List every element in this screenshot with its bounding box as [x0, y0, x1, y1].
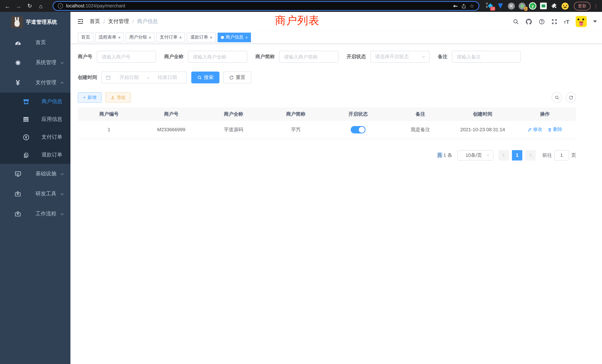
tab-close-icon[interactable]: × [179, 35, 182, 40]
tab-label: 支付订单 [160, 34, 178, 40]
search-button[interactable]: 搜索 [191, 72, 219, 83]
short-name-input[interactable] [279, 51, 338, 63]
address-bar[interactable]: i localhost:1024/pay/merchant ☆ [53, 1, 479, 11]
fullscreen-icon[interactable] [551, 18, 557, 25]
sidebar-item-infra[interactable]: 基础设施 [0, 164, 70, 184]
sidebar-item-system[interactable]: 系统管理 [0, 53, 70, 73]
status-select[interactable]: 请选择开启状态 [370, 51, 430, 63]
filter-row-2: 创建时间 开始日期 - 结束日期 搜索 重置 [78, 72, 576, 83]
breadcrumb-item-pay[interactable]: 支付管理 [108, 18, 129, 25]
col-created-at: 创建时间 [452, 107, 514, 121]
tab-close-icon[interactable]: × [118, 35, 121, 40]
tab-close-icon[interactable]: × [245, 35, 248, 40]
tab-process-form[interactable]: 流程表单× [95, 32, 124, 42]
button-label: 搜索 [204, 74, 214, 81]
tab-refund-order[interactable]: 退款订单× [187, 32, 216, 42]
delete-link[interactable]: 删除 [548, 126, 562, 133]
sidebar-fold-icon[interactable] [77, 18, 84, 25]
avatar-caret-icon[interactable] [593, 20, 597, 23]
github-icon[interactable] [525, 18, 532, 25]
sidebar-item-pay[interactable]: ¥ 支付管理 [0, 73, 70, 93]
share-icon[interactable] [461, 3, 466, 9]
cell-actions: 修改 删除 [514, 121, 576, 139]
tab-close-icon[interactable]: × [149, 35, 151, 40]
sidebar-item-label: 首页 [36, 39, 64, 46]
grid-icon [22, 115, 30, 124]
sidebar-item-merchant-info[interactable]: 商户信息 [0, 93, 70, 110]
goto-page-input[interactable] [554, 150, 569, 160]
gem-extension-icon[interactable] [497, 2, 504, 10]
create-time-range-picker[interactable]: 开始日期 - 结束日期 [102, 72, 187, 83]
bookmark-star-icon[interactable]: ☆ [470, 3, 474, 9]
tab-merchant-info[interactable]: 商户信息× [218, 32, 251, 42]
pagination: 共 1 条 10条/页 1 前往 页 [78, 150, 576, 160]
tab-label: 退款订单 [190, 34, 208, 40]
date-start-placeholder: 开始日期 [114, 74, 145, 81]
app-logo[interactable]: 芋道管理系统 [0, 16, 70, 28]
search-icon[interactable] [513, 18, 519, 25]
sidebar-item-workflow[interactable]: 工作流程 [0, 204, 70, 224]
prev-page-button[interactable] [499, 150, 509, 160]
filter-row-1: 商户号 商户全称 商户简称 开启状态 请选择开启状态 [78, 51, 576, 63]
field-label: 开启状态 [347, 53, 370, 60]
tab-pay-order[interactable]: 支付订单× [156, 32, 185, 42]
edit-link[interactable]: 修改 [527, 126, 542, 133]
status-toggle[interactable] [351, 126, 366, 133]
chat-extension-icon[interactable] [540, 2, 547, 10]
goto-label: 前往 [542, 152, 552, 159]
browser-forward-icon[interactable]: → [14, 1, 23, 10]
browser-menu-icon[interactable]: ⋮ [593, 3, 598, 9]
site-info-icon[interactable]: i [58, 3, 63, 9]
sidebar: 芋道管理系统 首页 系统管理 ¥ 支付管理 [0, 12, 70, 364]
sidebar-item-pay-order[interactable]: 支付订单 [0, 128, 70, 146]
pinned-extension-icon[interactable]: 10 [486, 2, 493, 10]
chat-square [540, 3, 547, 9]
command-extension-icon[interactable]: ⌘ [507, 2, 515, 10]
sidebar-item-dev-tools[interactable]: 研发工具 [0, 184, 70, 204]
browser-reload-icon[interactable]: ↻ [25, 1, 34, 10]
add-button[interactable]: + 新增 [78, 92, 102, 103]
next-page-button[interactable] [525, 150, 536, 160]
user-avatar[interactable] [576, 16, 587, 27]
y-extension-icon[interactable]: y [529, 2, 536, 10]
profile-extension-icon[interactable]: 1 [518, 2, 526, 10]
font-size-icon[interactable]: TT [564, 18, 569, 25]
y-letter: y [530, 3, 536, 9]
merchant-no-input[interactable] [97, 51, 156, 63]
col-merchant-id: 商户编号 [78, 107, 140, 121]
col-full-name: 商户全称 [202, 107, 265, 121]
breadcrumb-item-home[interactable]: 首页 [90, 18, 100, 25]
refresh-table-button[interactable] [566, 92, 576, 103]
remark-input[interactable] [452, 51, 521, 63]
sidebar-item-home[interactable]: 首页 [0, 33, 70, 53]
tab-user-group[interactable]: 用户分组× [126, 32, 155, 42]
chevron-up-icon [60, 80, 64, 85]
sidebar-item-app-info[interactable]: 应用信息 [0, 110, 70, 128]
top-navbar: 首页 / 支付管理 / 商户信息 商户列表 TT [70, 12, 602, 31]
page-number-button[interactable]: 1 [512, 150, 522, 160]
cell-status [327, 121, 389, 139]
tab-home[interactable]: 首页 [78, 32, 93, 42]
button-label: 新增 [87, 94, 96, 101]
download-icon [110, 95, 115, 100]
tab-close-icon[interactable]: × [210, 35, 212, 40]
browser-update-button[interactable]: 更新 [574, 2, 591, 10]
sidebar-item-label: 系统管理 [36, 59, 60, 66]
export-button[interactable]: 导出 [105, 92, 131, 103]
field-label: 商户号 [78, 53, 97, 60]
toggle-search-button[interactable] [552, 92, 562, 103]
password-key-icon[interactable] [453, 3, 458, 9]
reset-button[interactable]: 重置 [223, 72, 251, 83]
monitor-chart-icon [13, 169, 22, 178]
select-placeholder: 请选择开启状态 [375, 53, 421, 60]
pagination-goto: 前往 页 [542, 150, 576, 160]
full-name-input[interactable] [188, 51, 247, 63]
page-size-select[interactable]: 10条/页 [457, 150, 493, 160]
avatar-emoji-icon[interactable] [561, 2, 569, 10]
browser-home-icon[interactable]: ⌂ [36, 1, 45, 10]
help-icon[interactable] [538, 18, 545, 25]
extensions-puzzle-icon[interactable] [550, 2, 558, 10]
total-suffix: 条 [447, 152, 452, 158]
sidebar-item-refund-order[interactable]: 退款订单 [0, 146, 70, 164]
browser-back-icon[interactable]: ← [3, 1, 12, 10]
